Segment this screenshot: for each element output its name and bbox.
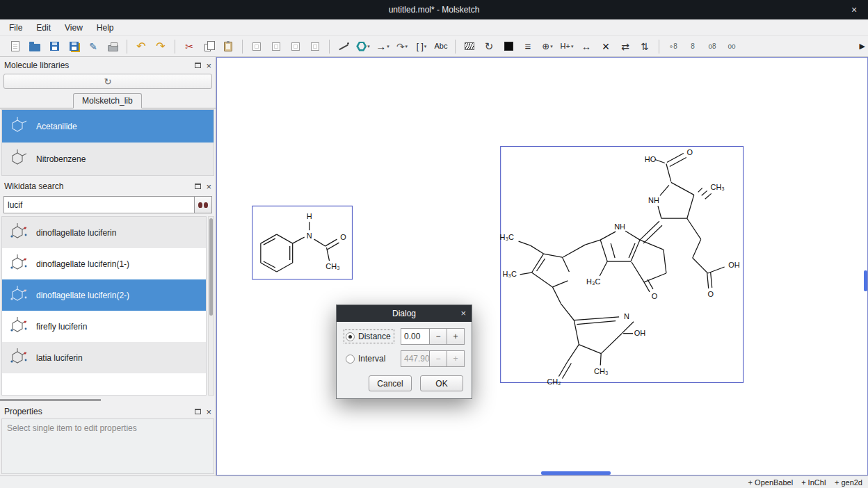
drawing-canvas[interactable]: HNOCH₃HOONHCH₃OHONHOH₃CH₃CH₃CNOHCH₃CH₂ [216,57,868,475]
menu-view[interactable]: View [58,21,89,35]
electron-pair-tool-button[interactable]: o8 [703,38,721,56]
print-document-button[interactable] [104,38,122,56]
reaction-arrow-tool-button[interactable]: →▾ [373,38,392,56]
lone-pair-tool-button[interactable]: ∘8 [664,38,682,56]
toolbar-separator [455,40,456,54]
canvas-hscroll-thumb[interactable] [541,471,611,475]
close-panel-icon[interactable]: × [206,61,211,70]
distance-decrement-button[interactable]: − [430,328,447,345]
export-document-icon: ✎ [89,42,97,51]
float-panel-icon[interactable] [195,63,201,68]
tab-molsketch-lib[interactable]: Molsketch_lib [73,93,142,108]
window-close-button[interactable]: × [849,4,860,15]
save-as-document-button[interactable] [65,38,83,56]
properties-panel-title: Properties [4,407,42,416]
color-swatch-button[interactable] [499,38,517,56]
atom-label: H₃C [503,270,517,278]
open-document-button[interactable] [26,38,44,56]
reaction-arrow-tool-icon: → [376,41,386,51]
align-items-button[interactable] [287,38,305,56]
menu-bar: FileEditViewHelp [0,19,868,36]
radical-tool-button[interactable]: 8 [684,38,702,56]
wikidata-result-item[interactable]: latia luciferin [2,342,206,373]
canvas-vscroll-thumb[interactable] [864,270,867,291]
wikidata-result-label: dinoflagellate luciferin(2-) [36,291,129,300]
bracket-tool-button[interactable]: [ ]▾ [412,38,431,56]
panel-splitter[interactable] [0,398,216,402]
distance-increment-button[interactable]: + [447,328,465,345]
undo-button[interactable]: ↶ [132,38,150,56]
distance-radio[interactable] [346,332,355,341]
interval-radio[interactable] [346,355,355,364]
ring-tool-button[interactable]: ▾ [354,38,372,56]
ok-button[interactable]: OK [420,375,463,391]
interval-increment-button[interactable]: + [447,350,465,367]
cut-button[interactable]: ✂ [180,38,198,56]
dialog-titlebar[interactable]: Dialog × [337,305,472,322]
dropdown-arrow-icon: ▾ [424,44,427,49]
delete-tool-button[interactable]: × [597,38,615,56]
flip-horizontal-tool-button[interactable]: ⇄ [616,38,634,56]
atom-label: CH₃ [711,183,725,191]
wikidata-result-item[interactable]: dinoflagellate luciferin(1-) [2,248,206,279]
line-width-tool-button[interactable]: ≡ [519,38,537,56]
splitter-handle[interactable] [0,399,101,401]
undo-icon: ↶ [136,41,145,52]
wikidata-search-input[interactable] [3,196,195,213]
menu-edit[interactable]: Edit [30,21,57,35]
new-document-icon [11,41,19,51]
radical-tool-icon: 8 [691,43,695,50]
library-item[interactable]: Nitrobenzene [2,143,214,175]
library-item[interactable]: Acetanilide [2,110,214,143]
mechanism-arrow-tool-button[interactable]: ↷▾ [393,38,411,56]
rotate-tool-button[interactable]: ↻ [480,38,498,56]
wikidata-search-button[interactable] [195,196,212,213]
molecule-dinoflagellate-luciferin[interactable]: HOONHCH₃OHONHOH₃CH₃CH₃CNOHCH₃CH₂ [500,147,744,387]
electron-dot-tool-button[interactable]: oo [723,38,741,56]
wikidata-result-item[interactable]: dinoflagellate luciferin [2,217,206,248]
toolbar-extension-button[interactable]: ▶ [860,42,865,51]
close-panel-icon[interactable]: × [206,407,211,416]
text-tool-button[interactable]: Abc [432,38,450,56]
menu-file[interactable]: File [3,21,29,35]
flip-vertical-tool-button[interactable]: ⇅ [636,38,654,56]
charge-tool-button[interactable]: ⊕▾ [538,38,556,56]
dialog-close-button[interactable]: × [460,308,466,318]
new-document-button[interactable] [6,38,24,56]
interval-decrement-button[interactable]: − [430,350,447,367]
save-document-icon [50,42,59,51]
insert-fragment-button[interactable] [267,38,285,56]
electron-pair-tool-icon: o8 [708,43,716,50]
hydrogen-tool-button[interactable]: H+▾ [558,38,576,56]
flip-bond-tool-button[interactable]: ↔ [577,38,595,56]
close-panel-icon[interactable]: × [206,182,211,191]
molecule-thumbnail-icon [6,254,30,275]
interval-value-field[interactable]: 447.90 [401,350,430,367]
window-titlebar[interactable]: untitled.mol* - Molsketch × [0,0,868,19]
cancel-button[interactable]: Cancel [369,375,412,391]
atom-label: OH [728,261,740,269]
refresh-libraries-button[interactable]: ↻ [3,74,212,89]
molecule-acetanilide[interactable]: HNOCH₃ [252,206,353,279]
scrollbar-thumb[interactable] [209,218,213,316]
paste-button[interactable] [219,38,237,56]
draw-bond-tool-button[interactable] [335,38,353,56]
save-document-button[interactable] [45,38,63,56]
wikidata-result-item[interactable]: firefly luciferin [2,311,206,342]
redo-button[interactable]: ↷ [152,38,170,56]
hatch-bond-tool-button[interactable] [460,38,479,56]
distance-value-field[interactable]: 0.00 [401,328,430,345]
float-panel-icon[interactable] [195,409,201,414]
group-items-icon [311,42,319,51]
insert-molecule-button[interactable] [248,38,266,56]
toolbar: ✎↶↷✂▾→▾↷▾[ ]▾Abc↻≡⊕▾H+▾↔×⇄⇅∘88o8oo▶ [0,36,868,57]
wikidata-scrollbar[interactable] [208,216,214,396]
copy-button[interactable] [200,38,218,56]
float-panel-icon[interactable] [195,184,201,189]
menu-help[interactable]: Help [90,21,120,35]
wikidata-result-label: latia luciferin [36,353,83,363]
export-document-button[interactable]: ✎ [84,38,102,56]
group-items-button[interactable] [306,38,324,56]
wikidata-result-item[interactable]: dinoflagellate luciferin(2-) [2,279,206,311]
text-tool-icon: Abc [435,42,448,50]
